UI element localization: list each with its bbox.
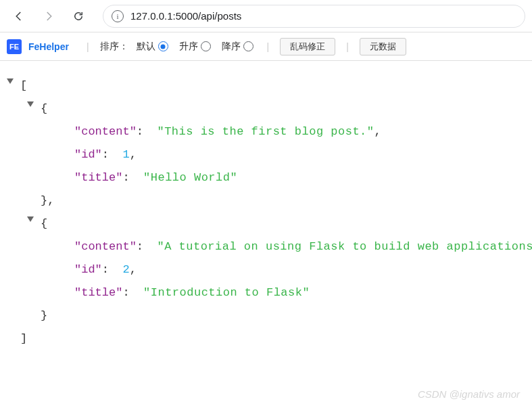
collapse-toggle-icon[interactable] [7,78,14,84]
url-text: 127.0.0.1:5000/api/posts [130,10,241,22]
json-object-close: } [7,304,532,327]
json-object-close: }, [7,189,532,212]
reload-icon [72,10,84,22]
site-info-icon[interactable]: i [112,10,124,22]
fehelper-logo-icon: FE [7,39,22,54]
sort-asc-label: 升序 [179,41,198,53]
json-object-open: { [7,97,532,120]
json-array-close: ] [7,327,532,350]
sort-label: 排序： [100,41,128,53]
url-bar[interactable]: i 127.0.0.1:5000/api/posts [103,5,525,28]
forward-button[interactable] [37,4,61,28]
json-viewer: [ { "content": "This is the first blog p… [0,61,532,350]
json-kv-id: "id": 1, [7,143,532,166]
json-kv-title: "title": "Hello World" [7,166,532,189]
json-kv-id: "id": 2, [7,258,532,281]
collapse-toggle-icon[interactable] [27,216,34,222]
fehelper-toolbar: FE FeHelper | 排序： 默认 升序 降序 | 乱码修正 | 元数据 [0,32,532,61]
json-kv-content: "content": "A tutorial on using Flask to… [7,235,532,258]
separator-icon: | [346,41,349,52]
sort-asc-radio[interactable] [201,41,211,51]
sort-desc-radio[interactable] [243,41,253,51]
json-kv-title: "title": "Introduction to Flask" [7,281,532,304]
json-array-open: [ [7,74,532,97]
arrow-right-icon [43,10,55,22]
browser-nav-bar: i 127.0.0.1:5000/api/posts [0,0,532,32]
separator-icon: | [267,41,270,52]
fix-encoding-button[interactable]: 乱码修正 [280,38,335,55]
fehelper-name: FeHelper [28,41,69,52]
separator-icon: | [87,41,89,52]
sort-default-radio[interactable] [158,41,168,51]
reload-button[interactable] [66,4,91,28]
sort-option-desc[interactable]: 降序 [222,41,253,53]
sort-option-asc[interactable]: 升序 [179,41,211,53]
collapse-toggle-icon[interactable] [27,101,34,107]
watermark-text: CSDN @ignativs amor [418,388,520,400]
sort-desc-label: 降序 [222,41,241,53]
json-kv-content: "content": "This is the first blog post.… [7,120,532,143]
sort-default-label: 默认 [137,41,155,53]
arrow-left-icon [13,10,25,22]
sort-option-default[interactable]: 默认 [137,41,168,53]
back-button[interactable] [7,4,31,28]
metadata-button[interactable]: 元数据 [360,38,406,55]
json-object-open: { [7,212,532,235]
